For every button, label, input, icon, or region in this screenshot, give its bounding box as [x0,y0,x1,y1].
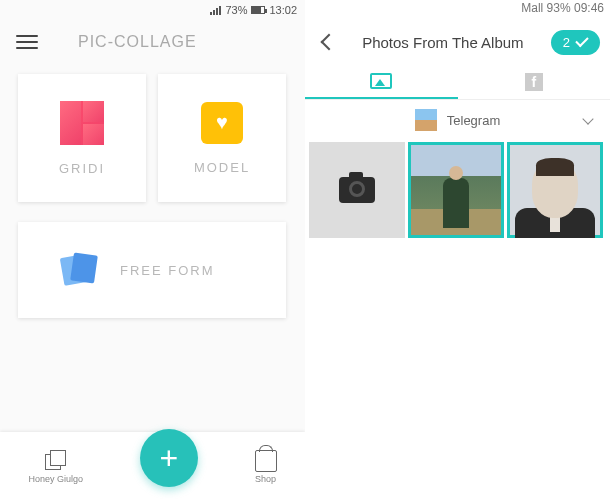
photo-thumb-2[interactable] [507,142,603,238]
app-header: PIC-COLLAGE [0,20,305,64]
nav-shop-label: Shop [255,474,276,484]
gallery-icon [370,73,392,89]
nav-home[interactable]: Honey Giulgo [28,450,83,484]
freeform-label: FREE FORM [120,263,215,278]
face-shape [532,162,578,218]
source-tabs: f [305,64,610,100]
plus-icon: + [159,440,178,477]
picker-title: Photos From The Album [351,34,535,51]
camera-icon [339,177,375,203]
album-dropdown[interactable]: Telegram [305,100,610,140]
chevron-down-icon [582,113,593,124]
grid-label: GRIDI [59,161,105,176]
picker-header: Photos From The Album 2 [305,20,610,64]
status-bar-left: 73% 13:02 [0,0,305,20]
tab-facebook[interactable]: f [458,64,611,99]
battery-text: 73% [225,4,247,16]
battery-icon [251,6,265,14]
app-title: PIC-COLLAGE [78,33,197,51]
collage-icon [45,450,67,472]
selected-count: 2 [563,35,570,50]
grid-card[interactable]: GRIDI [18,74,146,202]
shop-icon [255,450,277,472]
freeform-icon [58,250,98,290]
back-icon[interactable] [321,34,338,51]
nav-home-label: Honey Giulgo [28,474,83,484]
menu-icon[interactable] [16,35,38,49]
left-screen: 73% 13:02 PIC-COLLAGE GRIDI ♥ MODEL [0,0,305,502]
clock-text: 13:02 [269,4,297,16]
bottom-nav: Honey Giulgo + Shop [0,432,305,502]
album-thumb-icon [415,109,437,131]
nav-shop[interactable]: Shop [255,450,277,484]
status-bar-right: Mall 93% 09:46 [521,1,604,15]
album-name: Telegram [447,113,500,128]
done-button[interactable]: 2 [551,30,600,55]
model-card[interactable]: ♥ MODEL [158,74,286,202]
right-screen: Mall 93% 09:46 Photos From The Album 2 f… [305,0,610,502]
freeform-card[interactable]: FREE FORM [18,222,286,318]
facebook-icon: f [525,73,543,91]
photo-grid [305,140,610,240]
signal-icon [210,5,221,15]
photo-thumb-1[interactable] [408,142,504,238]
model-label: MODEL [194,160,250,175]
person-shape [443,178,469,228]
heart-icon: ♥ [201,102,243,144]
fab-add-button[interactable]: + [140,429,198,487]
grid-icon [60,101,104,145]
check-icon [575,34,588,47]
tab-gallery[interactable] [305,64,458,99]
camera-cell[interactable] [309,142,405,238]
